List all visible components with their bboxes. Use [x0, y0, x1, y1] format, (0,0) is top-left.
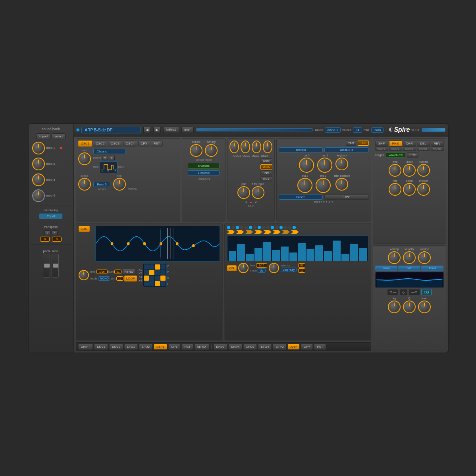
step-bar-12[interactable]	[333, 241, 341, 261]
level-knob[interactable]	[418, 301, 431, 313]
velocity-knob[interactable]	[403, 251, 416, 264]
cell-2[interactable]	[155, 264, 160, 270]
step-bar-8[interactable]	[298, 243, 306, 261]
arp-glide-knob[interactable]	[79, 270, 89, 280]
octave-button[interactable]: 1 octave	[188, 170, 220, 175]
filter-input-knob[interactable]	[252, 186, 264, 199]
phase-knob[interactable]	[78, 178, 91, 191]
step-dot-14[interactable]	[288, 226, 291, 229]
drywet-knob[interactable]	[417, 183, 430, 196]
step-bar-0[interactable]	[229, 251, 237, 261]
step-bar-15[interactable]	[359, 248, 367, 261]
mod4-knob[interactable]	[32, 189, 45, 202]
eff-tab-shp[interactable]: SHP	[375, 141, 388, 146]
transpose-down-button[interactable]: ∨	[44, 230, 50, 235]
loop-button[interactable]: LOOP	[124, 276, 137, 281]
step-matrix[interactable]	[143, 263, 167, 287]
step-bar-2[interactable]	[246, 254, 254, 261]
cell-4[interactable]	[144, 270, 149, 275]
step-bar-11[interactable]	[324, 251, 332, 261]
spread-knob[interactable]	[417, 164, 430, 177]
eq-icon-2[interactable]: ◇	[400, 289, 407, 295]
step-bar-4[interactable]	[263, 242, 271, 261]
res2-knob[interactable]	[316, 178, 331, 193]
mod-slider[interactable]	[52, 254, 59, 278]
step-bar-9[interactable]	[306, 249, 314, 261]
cell-3[interactable]	[160, 264, 166, 270]
transpose-up-button[interactable]: ∧	[52, 230, 58, 235]
eff-tab-rev[interactable]: REV	[431, 141, 444, 146]
step-dot-5[interactable]	[249, 226, 252, 229]
cell-13[interactable]	[149, 281, 154, 286]
step-swing-knob[interactable]	[269, 263, 279, 273]
cell-15[interactable]	[160, 281, 166, 286]
tab-osc1[interactable]: OSC1	[78, 141, 93, 146]
link-button[interactable]: LINK	[358, 141, 369, 146]
par-button[interactable]: PAR	[346, 141, 356, 146]
on-button[interactable]: ON	[227, 265, 237, 271]
frq-knob[interactable]	[388, 301, 401, 313]
cut2-knob[interactable]	[297, 178, 312, 193]
osc3-mix-knob[interactable]	[252, 141, 261, 153]
prev-preset-button[interactable]: ◀	[143, 127, 151, 133]
step-bar-7[interactable]	[289, 252, 297, 261]
warm-button[interactable]: warm	[375, 266, 397, 271]
mute-1[interactable]: MUTE	[389, 146, 402, 151]
step-dot-0[interactable]	[227, 226, 230, 229]
scorpio-button[interactable]: scorpio	[279, 147, 323, 152]
q-knob[interactable]	[403, 301, 416, 313]
step-dot-7[interactable]	[258, 226, 261, 229]
tab-osc3[interactable]: OSC3	[108, 141, 122, 146]
cell-6[interactable]	[155, 270, 160, 275]
blacklp4-button[interactable]: BlackLP4	[324, 147, 368, 152]
ana-button[interactable]: ANA	[260, 164, 272, 170]
osc1-mix-knob[interactable]	[229, 141, 239, 153]
step-dot-2[interactable]	[236, 226, 239, 229]
next-preset-button[interactable]: ▶	[153, 127, 161, 133]
cell-11[interactable]	[160, 276, 166, 281]
cell-12[interactable]	[144, 281, 149, 286]
eff-tab-phs[interactable]: PHS	[389, 141, 402, 146]
cell-5[interactable]	[149, 270, 154, 275]
keytrack-knob[interactable]	[335, 158, 348, 170]
octave-down[interactable]: ∨	[102, 156, 108, 160]
pitch-slider[interactable]	[43, 254, 50, 278]
log-button[interactable]: LOG	[79, 226, 90, 232]
init-button[interactable]: INIT	[181, 127, 194, 133]
res1-knob[interactable]	[317, 158, 332, 173]
mute-3[interactable]: MUTE	[417, 146, 430, 151]
btab-mtrx[interactable]: MTRX	[195, 344, 209, 350]
fback-knob[interactable]	[403, 164, 416, 177]
vowel-button[interactable]: vowelLow	[386, 152, 405, 158]
step-dot-8[interactable]	[262, 226, 265, 229]
note-knob[interactable]	[78, 152, 91, 165]
key-button[interactable]: KEY	[260, 176, 272, 181]
depth-knob[interactable]	[403, 183, 416, 196]
btab-env3[interactable]: ENV3	[214, 344, 227, 350]
cell-0[interactable]	[144, 264, 149, 270]
tab-osc2[interactable]: OSC2	[93, 141, 107, 146]
step-gate-knob[interactable]	[238, 263, 249, 273]
btab-lfo3[interactable]: LFO3	[243, 344, 257, 350]
step-bar-1[interactable]	[237, 244, 245, 261]
equal-button[interactable]: Equal	[39, 213, 63, 219]
rate-knob[interactable]	[389, 183, 401, 196]
cell-8[interactable]	[144, 276, 149, 281]
step-dot-13[interactable]	[284, 226, 287, 229]
rtrg-button[interactable]: RTRG	[122, 269, 135, 275]
tab-pst[interactable]: PST	[151, 141, 163, 146]
btab-env4[interactable]: ENV4	[229, 344, 243, 350]
voices-button[interactable]: 8 voices	[188, 163, 220, 169]
tab-cpy[interactable]: CPY	[138, 141, 150, 146]
cell-14[interactable]	[155, 281, 160, 286]
mod3-knob[interactable]	[32, 173, 45, 186]
cell-7[interactable]	[160, 270, 166, 275]
classic-button[interactable]: Classic	[93, 149, 126, 154]
cell-10[interactable]	[155, 276, 160, 281]
filter-balance-knob[interactable]	[335, 178, 348, 191]
btab-env2[interactable]: ENV2	[109, 344, 123, 350]
step-dot-1[interactable]	[231, 226, 235, 229]
cut1-knob[interactable]	[299, 158, 314, 173]
bass3-button[interactable]: Bass 3	[93, 182, 110, 187]
infecto-button[interactable]: infecto	[279, 195, 323, 200]
